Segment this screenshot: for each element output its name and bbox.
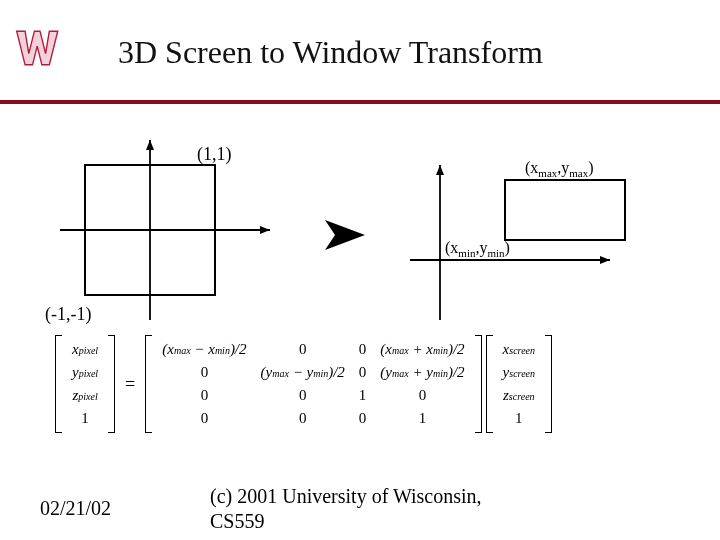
left-axes <box>60 140 270 320</box>
slide-title: 3D Screen to Window Transform <box>118 34 543 71</box>
svg-marker-1 <box>146 140 154 150</box>
right-top-label: (xmax,ymax) <box>525 159 594 179</box>
right-bottom-label: (xmin,ymin) <box>445 239 510 259</box>
screen-vector: xscreen yscreen zscreen 1 <box>495 337 543 431</box>
wisconsin-logo <box>12 20 68 76</box>
svg-rect-9 <box>505 180 625 240</box>
transform-arrow-icon <box>325 220 365 250</box>
right-axes <box>410 165 625 320</box>
equals-sign: = <box>119 374 141 395</box>
title-rule <box>0 100 720 104</box>
pixel-vector: xpixel ypixel zpixel 1 <box>64 337 106 431</box>
left-bottom-label: (-1,-1) <box>45 304 92 325</box>
svg-marker-3 <box>260 226 270 234</box>
footer-date: 02/21/02 <box>40 497 111 520</box>
transform-diagram: (1,1) (-1,-1) (xmax,ymax) (xmin,ymin) <box>30 140 690 340</box>
footer-copyright: (c) 2001 University of Wisconsin, CS559 <box>210 484 530 534</box>
left-top-label: (1,1) <box>197 144 232 165</box>
transform-matrix: (xmax − xmin)/2 0 0 (xmax + xmin)/2 0 (y… <box>154 337 472 431</box>
svg-marker-6 <box>436 165 444 175</box>
svg-marker-8 <box>600 256 610 264</box>
matrix-equation: xpixel ypixel zpixel 1 = (xmax − xmin)/2… <box>55 335 695 433</box>
